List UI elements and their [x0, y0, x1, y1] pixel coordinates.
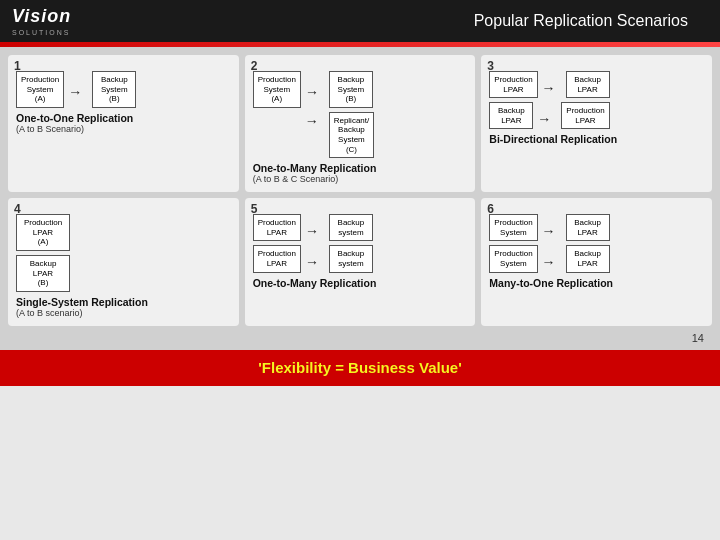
- card4-stack: ProductionLPAR(A) BackupLPAR(B): [16, 214, 231, 292]
- card4-subtitle: (A to B scenario): [16, 308, 231, 318]
- card-bi-directional: 3 ProductionLPAR BackupLPAR BackupLPAR P…: [481, 55, 712, 192]
- card3-bottom-row: BackupLPAR ProductionLPAR: [489, 102, 704, 129]
- card6-body: ProductionSystem BackupLPAR ProductionSy…: [489, 214, 704, 288]
- card4-title: Single-System Replication: [16, 296, 231, 308]
- card6-top-row: ProductionSystem BackupLPAR: [489, 214, 704, 241]
- page-title: Popular Replication Scenarios: [474, 12, 688, 30]
- backup-lpar-top: BackupLPAR: [566, 71, 610, 98]
- prod-system-a: ProductionSystem(A): [16, 71, 64, 108]
- card5-bottom-row: ProductionLPAR Backupsystem: [253, 245, 468, 272]
- card-single-system: 4 ProductionLPAR(A) BackupLPAR(B) Single…: [8, 198, 239, 326]
- card-many-to-one: 6 ProductionSystem BackupLPAR Production…: [481, 198, 712, 326]
- prod-sys-6b: ProductionSystem: [489, 245, 537, 272]
- header: Vision SOLUTIONS Popular Replication Sce…: [0, 0, 720, 42]
- backup-lpar-bottom: BackupLPAR: [489, 102, 533, 129]
- card1-title: One-to-One Replication: [16, 112, 231, 124]
- card5-body: ProductionLPAR Backupsystem ProductionLP…: [253, 214, 468, 288]
- card2-title: One-to-Many Replication: [253, 162, 468, 174]
- card5-title: One-to-Many Replication: [253, 277, 468, 289]
- card2-subtitle: (A to B & C Scenario): [253, 174, 468, 184]
- prod-lpar-bottom: ProductionLPAR: [561, 102, 609, 129]
- prod-system-a2: ProductionSystem(A): [253, 71, 301, 108]
- logo-wrapper: Vision SOLUTIONS: [12, 6, 71, 36]
- arrow-5a: [305, 222, 325, 234]
- arrow-6b: [542, 253, 562, 265]
- card-number-5: 5: [251, 202, 258, 216]
- card6-bottom-row: ProductionSystem BackupLPAR: [489, 245, 704, 272]
- card-number-1: 1: [14, 59, 21, 73]
- prod-lpar-top: ProductionLPAR: [489, 71, 537, 98]
- card-number-3: 3: [487, 59, 494, 73]
- arrow-2b: [305, 112, 325, 124]
- replicant-system-c: Replicant/BackupSystem(C): [329, 112, 375, 158]
- backup-system-b2: BackupSystem(B): [329, 71, 373, 108]
- prod-lpar-5a: ProductionLPAR: [253, 214, 301, 241]
- prod-lpar-a4: ProductionLPAR(A): [16, 214, 70, 251]
- arrow-5b: [305, 253, 325, 265]
- logo-sub: SOLUTIONS: [12, 29, 71, 36]
- arrow-3b: [537, 110, 557, 122]
- cards-grid: 1 ProductionSystem(A) BackupSystem(B) On…: [8, 55, 712, 326]
- footer: 'Flexibility = Business Value': [0, 350, 720, 386]
- logo-text: Vision: [12, 6, 71, 27]
- card1-diagram: ProductionSystem(A) BackupSystem(B): [16, 71, 231, 108]
- card-number-2: 2: [251, 59, 258, 73]
- card3-top-row: ProductionLPAR BackupLPAR: [489, 71, 704, 98]
- card4-body: ProductionLPAR(A) BackupLPAR(B) Single-S…: [16, 214, 231, 318]
- backup-sys-5b: Backupsystem: [329, 245, 373, 272]
- page-number: 14: [8, 332, 712, 344]
- backup-lpar-6b: BackupLPAR: [566, 245, 610, 272]
- footer-text: 'Flexibility = Business Value': [258, 359, 461, 376]
- arrow-2a: [305, 83, 325, 95]
- card3-title: Bi-Directional Replication: [489, 133, 704, 145]
- arrow-3a: [542, 79, 562, 91]
- card3-body: ProductionLPAR BackupLPAR BackupLPAR Pro…: [489, 71, 704, 145]
- card-one-to-many-bc: 2 ProductionSystem(A) BackupSystem(B) Re…: [245, 55, 476, 192]
- card-one-to-many-lpar: 5 ProductionLPAR Backupsystem Production…: [245, 198, 476, 326]
- card2-body: ProductionSystem(A) BackupSystem(B) Repl…: [253, 71, 468, 184]
- card6-title: Many-to-One Replication: [489, 277, 704, 289]
- card1-subtitle: (A to B Scenario): [16, 124, 231, 134]
- prod-sys-6a: ProductionSystem: [489, 214, 537, 241]
- card-number-6: 6: [487, 202, 494, 216]
- backup-sys-5a: Backupsystem: [329, 214, 373, 241]
- backup-system-b: BackupSystem(B): [92, 71, 136, 108]
- main-content: 1 ProductionSystem(A) BackupSystem(B) On…: [0, 47, 720, 350]
- arrow-6a: [542, 222, 562, 234]
- card5-top-row: ProductionLPAR Backupsystem: [253, 214, 468, 241]
- backup-lpar-6a: BackupLPAR: [566, 214, 610, 241]
- card-number-4: 4: [14, 202, 21, 216]
- card2-top-row: ProductionSystem(A) BackupSystem(B): [253, 71, 468, 108]
- card-one-to-one: 1 ProductionSystem(A) BackupSystem(B) On…: [8, 55, 239, 192]
- card1-body: ProductionSystem(A) BackupSystem(B) One-…: [16, 71, 231, 134]
- logo-area: Vision SOLUTIONS: [12, 6, 71, 36]
- arrow-1: [68, 83, 88, 95]
- prod-lpar-5b: ProductionLPAR: [253, 245, 301, 272]
- backup-lpar-b4: BackupLPAR(B): [16, 255, 70, 292]
